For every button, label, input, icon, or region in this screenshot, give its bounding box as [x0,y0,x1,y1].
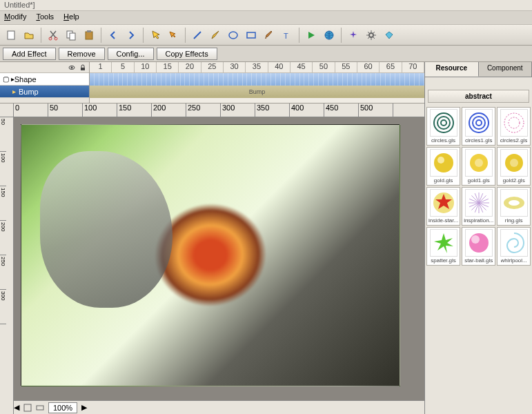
svg-point-50 [509,200,520,206]
resource-panel: Resource Component abstract circles.glsc… [424,62,532,414]
thumbnail-item[interactable]: gold.gls [426,147,460,186]
move-icon[interactable] [165,27,181,43]
oval-icon[interactable] [225,27,242,43]
globe-icon[interactable] [321,27,337,43]
copy-icon[interactable] [63,27,79,43]
ruler-horizontal: 050100150200250300350400450500 [14,103,424,117]
gear-icon[interactable] [363,27,380,43]
svg-point-12 [369,33,373,37]
svg-line-43 [471,195,479,203]
sparkle-icon[interactable] [345,27,362,43]
svg-point-20 [441,120,446,126]
timeline-bump-track[interactable]: Bump [90,86,424,98]
copy-effects-button[interactable]: Copy Effects [157,48,217,60]
svg-point-14 [71,66,73,68]
menu-help[interactable]: Help [63,12,79,23]
rect-icon[interactable] [243,27,259,43]
svg-point-27 [437,157,444,164]
diamond-icon[interactable] [381,27,397,43]
svg-line-35 [479,203,486,210]
thumbnail-item[interactable]: circles1.gls [462,107,495,146]
menu-bar: Modify Tools Help [0,11,532,25]
timeline: ▢ ▸ Shape Bump 1510152025303540455055606… [0,62,424,103]
thumbnail-item[interactable]: gold1.gls [462,147,495,186]
line-icon[interactable] [189,27,206,43]
svg-text:T: T [284,32,288,40]
fit-width-icon[interactable] [36,404,44,412]
svg-rect-5 [86,32,92,39]
thumbnail-item[interactable]: inspiration... [462,187,495,226]
ruler-vertical: 50100150200250300 [0,117,14,414]
text-icon[interactable]: T [279,27,295,43]
play-icon[interactable] [303,27,319,43]
add-effect-button[interactable]: Add Effect [3,48,56,60]
forward-icon[interactable] [123,27,139,43]
lock-icon[interactable] [79,64,86,71]
thumbnail-label: inside-star... [428,217,458,224]
thumbnail-grid: circles.glscircles1.glscircles2.glsgold.… [425,106,532,267]
paste-icon[interactable] [81,27,97,43]
thumbnail-label: circles.gls [431,137,455,144]
thumbnail-label: whirlpool... [501,257,527,264]
thumbnail-item[interactable]: circles.gls [426,107,460,146]
remove-button[interactable]: Remove [59,48,105,60]
svg-point-51 [469,233,489,253]
svg-point-31 [510,159,518,167]
eye-icon[interactable] [68,64,75,71]
svg-line-47 [479,195,486,203]
ruler-corner [0,103,14,117]
svg-rect-9 [247,32,255,38]
main-toolbar: T [0,25,532,46]
svg-point-22 [473,117,485,129]
timeline-row-bump[interactable]: Bump [0,86,89,98]
zoom-out-icon[interactable]: ◀ [14,403,19,412]
zoom-level[interactable]: 100% [48,402,77,413]
thumbnail-label: spatter.gls [431,257,455,264]
svg-point-19 [437,117,450,129]
svg-rect-4 [70,33,75,40]
timeline-row-shape[interactable]: ▢ ▸ Shape [0,73,89,86]
open-icon[interactable] [21,27,37,43]
svg-rect-6 [87,30,91,32]
canvas-viewport[interactable] [14,117,424,400]
canvas-statusbar: ◀ 100% ▶ [14,400,424,414]
pointer-icon[interactable] [147,27,164,43]
effects-toolbar: Add Effect Remove Config... Copy Effects [0,46,532,62]
thumbnail-label: circles2.gls [500,137,528,144]
thumbnail-item[interactable]: gold2.gls [497,147,531,186]
zoom-in-icon[interactable]: ▶ [81,403,87,412]
timeline-frames-shape[interactable] [90,73,424,86]
menu-tools[interactable]: Tools [36,12,54,23]
svg-point-8 [229,32,237,39]
svg-line-7 [194,32,201,39]
thumbnail-label: circles1.gls [465,137,493,144]
thumbnail-label: star-ball.gls [464,257,493,264]
thumbnail-item[interactable]: ring.gls [497,187,531,226]
canvas-image[interactable] [21,124,400,386]
tab-component[interactable]: Component [479,62,533,77]
svg-point-26 [434,153,453,172]
pen-icon[interactable] [207,27,224,43]
config-button[interactable]: Config... [108,48,154,60]
svg-point-24 [504,113,524,132]
fit-icon[interactable] [23,404,32,412]
thumbnail-item[interactable]: circles2.gls [497,107,531,146]
menu-modify[interactable]: Modify [4,12,26,23]
canvas-area: 050100150200250300350400450500 501001502… [0,103,424,414]
svg-rect-0 [8,31,14,39]
timeline-ruler: 1510152025303540455055606570 [90,62,424,73]
category-header[interactable]: abstract [428,90,529,103]
tab-resource[interactable]: Resource [425,62,479,77]
new-icon[interactable] [3,27,19,43]
back-icon[interactable] [105,27,121,43]
thumbnail-item[interactable]: inside-star... [426,187,460,226]
thumbnail-item[interactable]: spatter.gls [426,227,460,266]
cut-icon[interactable] [45,27,61,43]
svg-rect-16 [24,404,31,411]
thumbnail-item[interactable]: star-ball.gls [462,227,495,266]
svg-point-25 [509,117,520,128]
thumbnail-item[interactable]: whirlpool... [497,227,531,266]
brush-icon[interactable] [261,27,277,43]
svg-rect-15 [81,68,85,70]
thumbnail-label: gold.gls [434,177,453,184]
